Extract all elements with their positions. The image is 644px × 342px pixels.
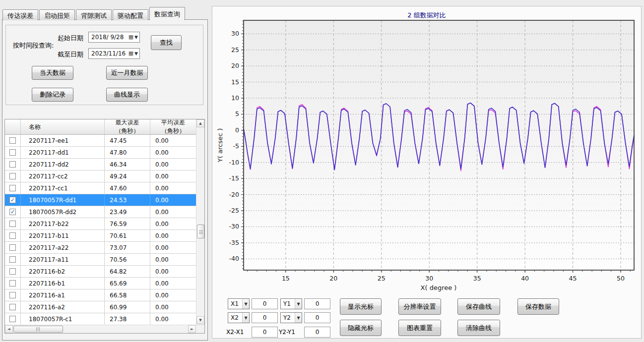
header-avg-error-line1: 平均误差 <box>161 119 185 127</box>
row-max-error: 49.24 <box>105 171 150 182</box>
tick-label: -35 <box>229 239 239 246</box>
hide-cursor-button[interactable]: 隐藏光标 <box>340 320 382 336</box>
table-row[interactable]: 2207116-a260.990.00 <box>5 301 196 313</box>
y1-combo[interactable]: Y1 ▼ <box>280 298 302 309</box>
header-avg-error-line2: （角秒） <box>161 127 185 135</box>
row-checkbox[interactable] <box>9 316 16 322</box>
table-row[interactable]: 18070057R-c127.380.00 <box>5 313 196 325</box>
query-groupbox: 按时间段查询: 起始日期 2018/ 9/28 ▦ ▼ 截至日期 2023/11… <box>5 25 203 105</box>
chevron-down-icon[interactable]: ▼ <box>134 51 138 56</box>
x2-combo[interactable]: X2 ▼ <box>228 312 250 323</box>
table-row[interactable]: 2207117-a2273.070.00 <box>5 242 196 254</box>
table-row[interactable]: ✓18070057R-dd124.530.00 <box>5 194 196 206</box>
calendar-icon[interactable]: ▦ <box>129 35 133 40</box>
row-checkbox[interactable] <box>9 232 16 239</box>
tab-drive-config[interactable]: 驱动配置 <box>113 9 148 20</box>
table-row[interactable]: 2207117-cc249.240.00 <box>5 171 196 182</box>
tick-label: 0 <box>235 126 239 134</box>
row-checkbox[interactable] <box>9 244 16 251</box>
show-cursor-button[interactable]: 显示光标 <box>340 298 382 315</box>
row-name: 2207116-a1 <box>21 289 105 301</box>
row-checkbox[interactable] <box>9 292 16 298</box>
tick-label: 25 <box>378 275 386 282</box>
save-data-button[interactable]: 保存数据 <box>517 298 559 315</box>
tab-start-torque[interactable]: 启动扭矩 <box>39 9 75 20</box>
row-checkbox[interactable]: ✓ <box>9 209 16 215</box>
chart-reset-button[interactable]: 图表重置 <box>398 320 441 336</box>
table-row[interactable]: 2207117-b1170.610.00 <box>5 230 196 242</box>
tick-label: 35 <box>473 275 481 282</box>
last-month-data-button[interactable]: 近一月数据 <box>106 66 148 80</box>
clear-curve-button[interactable]: 清除曲线 <box>457 320 500 336</box>
vertical-scroll-thumb[interactable] <box>197 225 204 238</box>
table-row[interactable]: ✓18070057R-dd223.490.00 <box>5 206 196 218</box>
data-query-page: 按时间段查询: 起始日期 2018/ 9/28 ▦ ▼ 截至日期 2023/11… <box>2 19 208 341</box>
row-checkbox[interactable]: ✓ <box>9 197 16 203</box>
today-data-button[interactable]: 当天数据 <box>32 66 73 80</box>
table-row[interactable]: 2207117-cc147.600.00 <box>5 182 196 194</box>
chevron-down-icon[interactable]: ▼ <box>295 299 302 309</box>
row-checkbox[interactable] <box>9 221 16 227</box>
vertical-scrollbar[interactable]: ▲ ▼ <box>196 119 204 325</box>
thumb-grip <box>36 327 41 331</box>
scroll-up-button[interactable]: ▲ <box>196 119 204 127</box>
table-row[interactable]: 2207117-dd147.800.00 <box>5 147 196 159</box>
row-checkbox[interactable] <box>9 149 16 156</box>
end-date-label: 截至日期 <box>58 50 83 59</box>
row-checkbox[interactable] <box>9 185 16 191</box>
tab-data-query[interactable]: 数据查询 <box>149 7 185 20</box>
table-row[interactable]: 2207117-dd246.340.00 <box>5 159 196 171</box>
table-row[interactable]: 2207117-b2276.590.00 <box>5 218 196 230</box>
chevron-down-icon[interactable]: ▼ <box>242 299 249 309</box>
row-checkbox[interactable] <box>9 304 16 310</box>
row-checkbox[interactable] <box>9 173 16 179</box>
scroll-right-button[interactable]: ► <box>188 325 196 333</box>
dy-value-field[interactable]: 0 <box>304 327 330 338</box>
end-date-picker[interactable]: 2023/11/16 ▦ ▼ <box>88 48 140 59</box>
table-row[interactable]: 2207116-a166.580.00 <box>5 289 196 301</box>
row-checkbox-cell <box>5 230 21 241</box>
row-checkbox[interactable] <box>9 161 16 168</box>
table-row[interactable]: 2207116-b264.820.00 <box>5 266 196 278</box>
x1-combo[interactable]: X1 ▼ <box>228 298 250 309</box>
horizontal-scroll-thumb[interactable] <box>13 326 63 333</box>
row-max-error: 60.99 <box>105 301 150 313</box>
horizontal-scrollbar[interactable]: ◄ ► <box>5 325 204 333</box>
row-checkbox[interactable] <box>9 137 16 144</box>
row-name: 2207117-a22 <box>21 242 105 253</box>
scroll-down-button[interactable]: ▼ <box>196 316 204 324</box>
x1-value-field[interactable]: 0 <box>252 298 278 309</box>
table-row[interactable]: 2207116-b165.690.00 <box>5 278 196 289</box>
dx-value-field[interactable]: 0 <box>252 327 278 338</box>
table-row[interactable]: 2207117-a1170.560.00 <box>5 254 196 266</box>
y2-value-field[interactable]: 0 <box>304 312 330 323</box>
delete-record-button[interactable]: 删除记录 <box>32 88 73 102</box>
save-curve-button[interactable]: 保存曲线 <box>457 298 500 315</box>
chevron-down-icon[interactable]: ▼ <box>295 313 302 323</box>
row-max-error: 65.69 <box>105 278 150 289</box>
calendar-icon[interactable]: ▦ <box>129 51 133 56</box>
y1-value-field[interactable]: 0 <box>304 298 330 309</box>
row-max-error: 66.58 <box>105 289 150 301</box>
y2-combo[interactable]: Y2 ▼ <box>280 312 302 323</box>
resolution-settings-button[interactable]: 分辨率设置 <box>398 298 441 315</box>
row-checkbox[interactable] <box>9 268 16 275</box>
row-max-error: 47.45 <box>105 135 150 146</box>
table-row[interactable]: 2207117-ee147.450.00 <box>5 135 196 147</box>
search-button[interactable]: 查找 <box>151 35 182 50</box>
tick-label: 45 <box>569 275 577 282</box>
x2-value-field[interactable]: 0 <box>252 312 278 323</box>
row-checkbox[interactable] <box>9 256 16 263</box>
tab-transmission-error[interactable]: 传达误差 <box>2 9 38 20</box>
table-rows: 2207117-ee147.450.002207117-dd147.800.00… <box>5 135 196 325</box>
scroll-left-button[interactable]: ◄ <box>5 325 13 333</box>
chevron-down-icon[interactable]: ▼ <box>242 313 249 323</box>
start-date-picker[interactable]: 2018/ 9/28 ▦ ▼ <box>88 32 140 43</box>
chevron-down-icon[interactable]: ▼ <box>134 35 138 40</box>
tick-label: -30 <box>229 223 239 230</box>
curve-display-button[interactable]: 曲线显示 <box>106 88 148 102</box>
row-checkbox-cell <box>5 147 21 158</box>
tab-backlash-test[interactable]: 背隙测试 <box>76 9 112 20</box>
row-name: 2207116-a2 <box>21 301 105 313</box>
row-checkbox[interactable] <box>9 280 16 286</box>
